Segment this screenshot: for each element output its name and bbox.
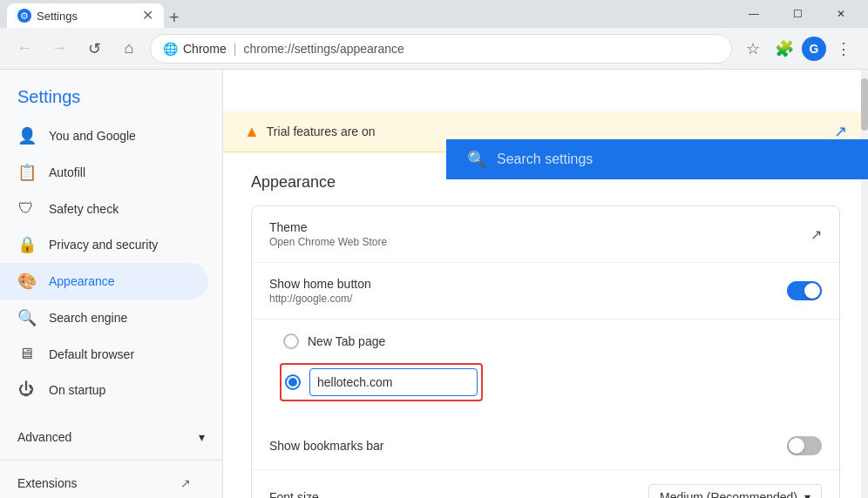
extensions-label: Extensions [17, 476, 77, 490]
search-icon-white: 🔍 [467, 150, 486, 169]
title-bar: ⚙ Settings ✕ + — ☐ ✕ [0, 0, 868, 28]
url-separator: | [234, 42, 237, 56]
bookmarks-bar-toggle[interactable] [787, 436, 822, 455]
trial-text: Trial features are on [267, 124, 376, 138]
sidebar-item-extensions[interactable]: Extensions ↗ [0, 468, 208, 498]
scrollbar-track[interactable] [861, 70, 868, 498]
new-tab-label: New Tab page [308, 334, 385, 348]
toggle-thumb [804, 283, 820, 299]
external-link-icon: ↗ [180, 476, 191, 490]
sidebar-item-label: On startup [49, 383, 105, 397]
new-tab-radio[interactable] [283, 333, 299, 349]
bookmarks-bar-row: Show bookmarks bar [252, 422, 839, 470]
home-button[interactable]: ⌂ [115, 35, 143, 63]
sidebar-item-you-and-google[interactable]: 👤 You and Google [0, 118, 208, 154]
new-tab-radio-item: New Tab page [283, 326, 822, 356]
toggle-thumb-bookmarks [789, 438, 804, 454]
toolbar-actions: ☆ 🧩 G ⋮ [739, 35, 858, 63]
avatar[interactable]: G [802, 37, 826, 61]
sidebar-item-label: Safety check [49, 202, 119, 216]
browser-icon: 🖥 [17, 345, 35, 363]
sidebar-item-safety-check[interactable]: 🛡 Safety check [0, 191, 208, 226]
trial-ext-link-icon[interactable]: ↗ [834, 122, 847, 141]
tab-favicon: ⚙ [17, 9, 31, 23]
scrollbar-thumb[interactable] [861, 78, 868, 131]
home-button-info: Show home button http://google.com/ [269, 277, 371, 305]
sidebar-item-privacy-security[interactable]: 🔒 Privacy and security [0, 226, 208, 263]
content-body: Appearance Theme Open Chrome Web Store ↗… [223, 152, 868, 498]
autofill-icon: 📋 [17, 163, 35, 182]
menu-icon: ⋮ [836, 39, 851, 58]
font-size-value: Medium (Recommended) [660, 490, 797, 498]
new-tab-button[interactable]: + [164, 8, 185, 28]
home-button-label: Show home button [269, 277, 371, 291]
refresh-icon: ↺ [88, 39, 101, 58]
tab-title: Settings [37, 10, 137, 23]
theme-sub: Open Chrome Web Store [269, 236, 387, 248]
search-input[interactable] [497, 151, 847, 167]
sidebar-item-label: Privacy and security [49, 238, 158, 252]
content-area: 🔍 ▲ Trial features are on ↗ Appearance T… [223, 70, 868, 498]
sidebar-item-label: You and Google [49, 129, 136, 143]
selected-url-row [280, 363, 483, 401]
appearance-card: Theme Open Chrome Web Store ↗ Show home … [251, 205, 840, 498]
sidebar-item-appearance[interactable]: 🎨 Appearance [0, 263, 208, 299]
settings-title: Settings [0, 70, 222, 118]
sidebar-item-default-browser[interactable]: 🖥 Default browser [0, 336, 208, 372]
minimize-button[interactable]: — [734, 0, 774, 28]
star-icon: ☆ [746, 39, 760, 58]
url-bar[interactable]: 🌐 Chrome | chrome://settings/appearance [150, 34, 732, 64]
settings-tab[interactable]: ⚙ Settings ✕ [7, 3, 164, 28]
back-icon: ← [17, 39, 32, 57]
sidebar-advanced-section[interactable]: Advanced ▾ [0, 421, 222, 453]
address-bar: ← → ↺ ⌂ 🌐 Chrome | chrome://settings/app… [0, 28, 868, 70]
home-url-input[interactable] [309, 368, 478, 396]
window-controls: — ☐ ✕ [734, 0, 861, 28]
chevron-down-icon: ▾ [804, 490, 810, 498]
forward-button[interactable]: → [45, 35, 73, 63]
search-overlay: 🔍 [446, 139, 868, 179]
sidebar-item-search-engine[interactable]: 🔍 Search engine [0, 299, 208, 336]
theme-row: Theme Open Chrome Web Store ↗ [252, 206, 839, 263]
advanced-label: Advanced [17, 430, 71, 444]
home-icon: ⌂ [125, 39, 134, 57]
tab-area: ⚙ Settings ✕ + [7, 0, 730, 28]
puzzle-icon: 🧩 [775, 39, 794, 58]
shield-icon: 🛡 [17, 199, 35, 218]
sidebar: Settings 👤 You and Google 📋 Autofill 🛡 S… [0, 70, 223, 498]
startup-icon: ⏻ [17, 380, 35, 399]
custom-url-radio[interactable] [285, 374, 301, 390]
home-button-section: Show home button http://google.com/ New … [252, 263, 839, 422]
search-icon: 🔍 [17, 308, 35, 327]
home-button-sub: http://google.com/ [269, 293, 371, 305]
theme-row-info: Theme Open Chrome Web Store [269, 220, 387, 248]
sidebar-item-label: Search engine [49, 311, 127, 325]
person-icon: 👤 [17, 126, 35, 145]
bookmarks-bar-label: Show bookmarks bar [269, 439, 384, 453]
home-button-toggle[interactable] [787, 281, 822, 300]
sidebar-item-label: Default browser [49, 347, 134, 361]
theme-label: Theme [269, 220, 387, 234]
extensions-button[interactable]: 🧩 [770, 35, 798, 63]
site-info-icon: 🌐 [163, 42, 178, 56]
forward-icon: → [51, 39, 67, 57]
back-button[interactable]: ← [10, 35, 38, 63]
bookmark-button[interactable]: ☆ [739, 35, 767, 63]
menu-button[interactable]: ⋮ [830, 35, 858, 63]
refresh-button[interactable]: ↺ [80, 35, 108, 63]
font-size-label: Font size [269, 490, 319, 498]
home-button-row: Show home button http://google.com/ [252, 263, 839, 320]
main-layout: Settings 👤 You and Google 📋 Autofill 🛡 S… [0, 70, 868, 498]
sidebar-item-on-startup[interactable]: ⏻ On startup [0, 372, 208, 407]
sidebar-item-autofill[interactable]: 📋 Autofill [0, 154, 208, 191]
tab-close-btn[interactable]: ✕ [142, 9, 153, 23]
close-window-button[interactable]: ✕ [821, 0, 861, 28]
home-button-radio-group: New Tab page [252, 320, 839, 422]
url-text: chrome://settings/appearance [243, 42, 403, 56]
lock-icon: 🔒 [17, 235, 35, 254]
font-size-select[interactable]: Medium (Recommended) ▾ [648, 484, 822, 498]
theme-ext-link-icon[interactable]: ↗ [810, 226, 822, 243]
trial-icon: ▲ [244, 123, 260, 141]
url-brand: Chrome [183, 42, 227, 56]
maximize-button[interactable]: ☐ [777, 0, 817, 28]
